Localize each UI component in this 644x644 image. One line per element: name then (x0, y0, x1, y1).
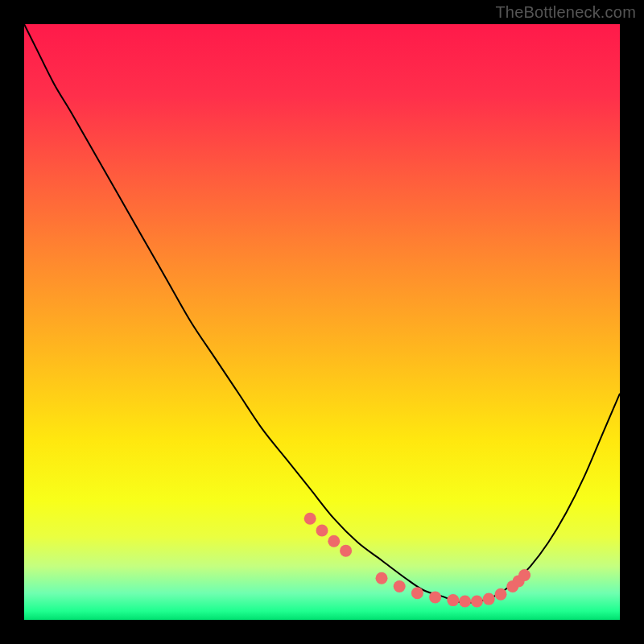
data-marker (411, 587, 423, 599)
data-marker (376, 572, 388, 584)
chart-svg (24, 24, 620, 620)
data-marker (316, 525, 328, 537)
data-marker (495, 588, 507, 601)
data-marker (483, 593, 495, 605)
data-marker (340, 545, 352, 557)
data-marker (429, 591, 441, 603)
data-marker (471, 596, 483, 608)
chart-frame (24, 24, 620, 620)
data-marker (447, 594, 459, 606)
data-marker (518, 569, 530, 581)
data-marker (394, 580, 406, 592)
data-marker (459, 596, 471, 608)
data-marker (328, 535, 340, 547)
watermark-text: TheBottleneck.com (495, 3, 636, 22)
data-marker (304, 513, 316, 525)
